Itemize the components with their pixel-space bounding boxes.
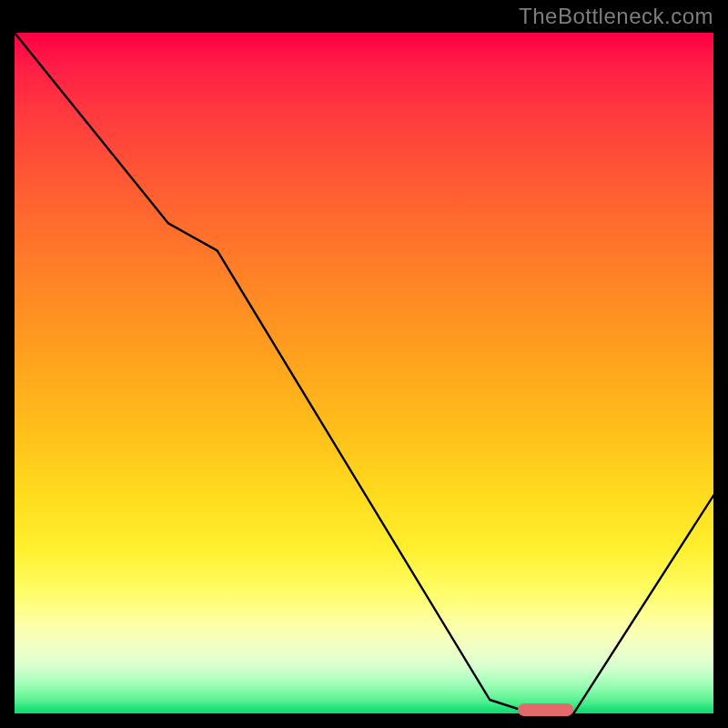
plot-area xyxy=(15,33,713,713)
optimal-marker xyxy=(518,703,573,716)
bottleneck-curve xyxy=(15,33,713,713)
watermark-text: TheBottleneck.com xyxy=(519,4,713,29)
